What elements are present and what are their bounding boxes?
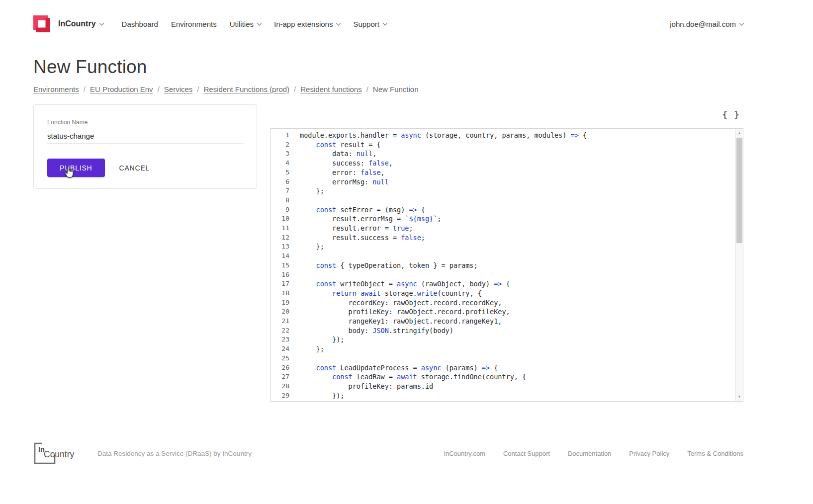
user-menu[interactable]: john.doe@mail.com — [670, 20, 743, 28]
nav-item-label: Support — [353, 20, 379, 28]
line-number: 26 — [271, 363, 289, 373]
line-number: 24 — [271, 344, 289, 354]
line-number: 16 — [271, 270, 289, 280]
code-line: return await storage.write(country, { — [300, 289, 743, 298]
breadcrumb: Environments/EU Production Env/Services/… — [33, 85, 419, 93]
footer-tagline: Data Residency as a Service (DRaaS) by I… — [97, 450, 252, 457]
line-number: 5 — [271, 168, 289, 177]
code-line: body: JSON.stringify(body) — [300, 326, 743, 336]
line-number: 3 — [271, 149, 289, 159]
nav-item-label: Dashboard — [122, 20, 158, 28]
nav-item-label: Utilities — [230, 20, 254, 28]
incountry-footer-logo: In Country — [33, 442, 89, 465]
code-line: result.success = false; — [300, 233, 743, 243]
nav-item-in-app-extensions[interactable]: In-app extensions — [274, 20, 340, 28]
code-line: const leadRaw = await storage.findOne(co… — [300, 372, 743, 382]
main-nav: DashboardEnvironmentsUtilitiesIn-app ext… — [122, 20, 387, 28]
code-line: data: null, — [300, 149, 743, 159]
code-line: }; — [300, 242, 743, 252]
nav-item-support[interactable]: Support — [353, 20, 387, 28]
page-title: New Function — [33, 57, 147, 78]
footer-link-documentation[interactable]: Documentation — [568, 450, 611, 457]
line-number: 25 — [271, 354, 289, 363]
code-line: recordKey: rawObject.record.recordKey, — [300, 298, 743, 308]
code-line: const LeadUpdateProcess = async (params)… — [300, 363, 743, 373]
footer-links: InCountry.comContact SupportDocumentatio… — [444, 450, 743, 457]
breadcrumb-item-environments[interactable]: Environments — [33, 85, 79, 93]
nav-item-utilities[interactable]: Utilities — [230, 20, 261, 28]
nav-item-dashboard[interactable]: Dashboard — [122, 20, 158, 28]
line-number: 10 — [271, 214, 289, 224]
footer-link-terms-conditions[interactable]: Terms & Conditions — [687, 450, 743, 457]
code-line — [300, 270, 743, 280]
breadcrumb-item-services[interactable]: Services — [164, 85, 193, 93]
chevron-down-icon — [336, 20, 341, 25]
cancel-button[interactable]: CANCEL — [115, 164, 154, 172]
scrollbar-up-arrow-icon[interactable]: ▲ — [736, 129, 743, 137]
breadcrumb-separator: / — [84, 85, 86, 93]
line-number: 12 — [271, 233, 289, 243]
line-number: 18 — [271, 289, 289, 298]
line-number: 20 — [271, 307, 289, 317]
breadcrumb-item-new-function: New Function — [373, 85, 419, 93]
line-number: 22 — [271, 326, 289, 336]
breadcrumb-item-resident-functions-prod[interactable]: Resident Functions (prod) — [204, 85, 290, 93]
brand-menu[interactable]: InCountry — [58, 19, 103, 28]
nav-item-label: Environments — [171, 20, 217, 28]
editor-gutter: 1234567891011121314151617181920212223242… — [271, 129, 296, 401]
line-number: 27 — [271, 372, 289, 382]
publish-button[interactable]: PUBLISH — [47, 159, 105, 177]
code-line: success: false, — [300, 159, 743, 168]
top-navbar: InCountry DashboardEnvironmentsUtilities… — [0, 0, 813, 48]
footer-link-privacy-policy[interactable]: Privacy Policy — [629, 450, 669, 457]
footer-link-contact-support[interactable]: Contact Support — [503, 450, 550, 457]
code-line: const setError = (msg) => { — [300, 205, 743, 215]
breadcrumb-separator: / — [158, 85, 160, 93]
code-line: }; — [300, 344, 743, 354]
incountry-logo[interactable] — [33, 15, 50, 32]
code-line — [300, 252, 743, 261]
code-line: const { typeOperation, token } = params; — [300, 261, 743, 270]
code-line: rangeKey1: rawObject.record.rangeKey1, — [300, 317, 743, 326]
chevron-down-icon — [99, 20, 104, 25]
scrollbar-thumb[interactable] — [736, 138, 742, 243]
breadcrumb-item-eu-production-env[interactable]: EU Production Env — [90, 85, 153, 93]
line-number: 6 — [271, 177, 289, 187]
nav-item-label: In-app extensions — [274, 20, 333, 28]
line-number: 4 — [271, 159, 289, 168]
line-number: 29 — [271, 391, 289, 401]
code-line: const writeObject = async (rawObject, bo… — [300, 279, 743, 289]
code-line: module.exports.handler = async (storage,… — [300, 131, 743, 140]
line-number: 28 — [271, 382, 289, 391]
line-number: 17 — [271, 279, 289, 289]
editor-scrollbar[interactable]: ▲ ▼ — [735, 129, 743, 401]
code-line: errorMsg: null — [300, 177, 743, 187]
code-line: result.error = true; — [300, 224, 743, 233]
line-number: 23 — [271, 335, 289, 344]
function-name-input[interactable] — [47, 130, 244, 144]
code-line: profileKey: rawObject.record.profileKey, — [300, 307, 743, 317]
line-number: 21 — [271, 317, 289, 326]
nav-item-environments[interactable]: Environments — [171, 20, 217, 28]
line-number: 8 — [271, 196, 289, 205]
line-number: 9 — [271, 205, 289, 215]
chevron-down-icon — [383, 20, 388, 25]
scrollbar-down-arrow-icon[interactable]: ▼ — [736, 393, 743, 401]
editor-code[interactable]: module.exports.handler = async (storage,… — [296, 129, 743, 401]
code-line: }; — [300, 186, 743, 196]
function-form-card: Function Name PUBLISH CANCEL — [33, 104, 257, 189]
code-braces-icon[interactable]: { } — [722, 109, 740, 120]
function-name-label: Function Name — [47, 119, 243, 126]
footer: In Country Data Residency as a Service (… — [0, 439, 813, 467]
footer-logo-country: Country — [44, 449, 74, 460]
mouse-cursor-icon — [64, 166, 75, 179]
breadcrumb-item-resident-functions[interactable]: Resident functions — [300, 85, 361, 93]
line-number: 2 — [271, 140, 289, 150]
line-number: 13 — [271, 242, 289, 252]
user-email: john.doe@mail.com — [670, 20, 736, 28]
code-line: const result = { — [300, 140, 743, 150]
form-actions: PUBLISH CANCEL — [47, 159, 243, 177]
code-line: error: false, — [300, 168, 743, 177]
footer-link-incountry-com[interactable]: InCountry.com — [444, 450, 485, 457]
code-line: result.errorMsg = `${msg}`; — [300, 214, 743, 224]
